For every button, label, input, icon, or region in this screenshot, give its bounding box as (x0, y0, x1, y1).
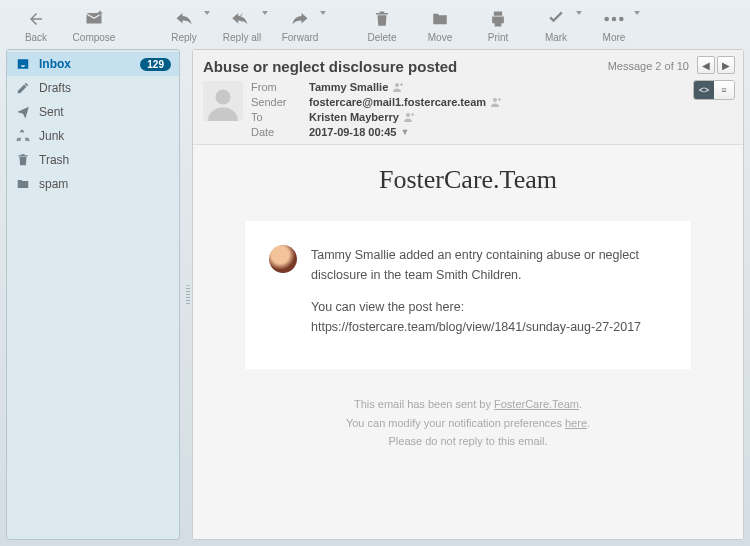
html-view-button[interactable]: <> (694, 81, 714, 99)
date-label: Date (251, 126, 299, 138)
svg-point-2 (619, 17, 624, 22)
chevron-down-icon[interactable]: ▼ (400, 127, 409, 137)
folder-sidebar: Inbox 129 Drafts Sent Junk Trash spam (6, 49, 180, 540)
back-label: Back (25, 32, 47, 43)
recycle-icon (15, 129, 31, 143)
add-contact-icon[interactable] (403, 111, 415, 123)
folder-trash[interactable]: Trash (7, 148, 179, 172)
send-icon (15, 105, 31, 119)
move-button[interactable]: Move (420, 8, 460, 43)
folder-junk[interactable]: Junk (7, 124, 179, 148)
author-avatar (269, 245, 297, 273)
reply-all-label: Reply all (223, 32, 261, 43)
date-value: 2017-09-18 00:45 (309, 126, 396, 138)
toolbar: Back Compose Reply Reply all (6, 6, 744, 49)
inbox-icon (15, 57, 31, 71)
post-link[interactable]: https://fostercare.team/blog/view/1841/s… (311, 320, 641, 334)
footer-prefs-link[interactable]: here (565, 417, 587, 429)
more-button[interactable]: More (594, 8, 634, 43)
mark-dropdown-icon[interactable] (576, 11, 582, 15)
print-button[interactable]: Print (478, 8, 518, 43)
message-counter: Message 2 of 10 (608, 60, 689, 72)
folder-sent[interactable]: Sent (7, 100, 179, 124)
trash-icon (15, 153, 31, 167)
message-pane: Abuse or neglect disclosure posted Messa… (192, 49, 744, 540)
folder-label: Trash (39, 153, 171, 167)
to-label: To (251, 111, 299, 123)
sender-label: Sender (251, 96, 299, 108)
compose-label: Compose (73, 32, 116, 43)
notification-text: Tammy Smallie added an entry containing … (311, 245, 667, 285)
notification-card: Tammy Smallie added an entry containing … (245, 221, 691, 369)
from-label: From (251, 81, 299, 93)
forward-button[interactable]: Forward (280, 8, 320, 43)
to-value: Kristen Mayberry (309, 111, 399, 123)
add-contact-icon[interactable] (490, 96, 502, 108)
next-message-button[interactable]: ▶ (717, 56, 735, 74)
pane-resizer[interactable] (184, 49, 192, 540)
folder-inbox[interactable]: Inbox 129 (7, 52, 179, 76)
compose-button[interactable]: Compose (74, 8, 114, 43)
folder-icon (15, 177, 31, 191)
svg-point-1 (612, 17, 617, 22)
sender-avatar (203, 81, 243, 121)
svg-point-3 (216, 90, 231, 105)
message-header: Abuse or neglect disclosure posted Messa… (193, 50, 743, 145)
delete-button[interactable]: Delete (362, 8, 402, 43)
email-footer: This email has been sent by FosterCare.T… (346, 395, 590, 451)
mark-button[interactable]: Mark (536, 8, 576, 43)
reply-all-button[interactable]: Reply all (222, 8, 262, 43)
plain-view-button[interactable]: ≡ (714, 81, 734, 99)
folder-label: Inbox (39, 57, 132, 71)
link-intro: You can view the post here: (311, 300, 464, 314)
print-label: Print (488, 32, 509, 43)
folder-drafts[interactable]: Drafts (7, 76, 179, 100)
more-label: More (603, 32, 626, 43)
pencil-icon (15, 81, 31, 95)
folder-label: Junk (39, 129, 171, 143)
reply-button[interactable]: Reply (164, 8, 204, 43)
svg-point-0 (604, 17, 609, 22)
message-body: FosterCare.Team Tammy Smallie added an e… (193, 145, 743, 539)
svg-point-6 (406, 113, 410, 117)
footer-site-link[interactable]: FosterCare.Team (494, 398, 579, 410)
more-dropdown-icon[interactable] (634, 11, 640, 15)
folder-count-badge: 129 (140, 58, 171, 71)
mark-label: Mark (545, 32, 567, 43)
folder-label: Sent (39, 105, 171, 119)
svg-point-4 (395, 83, 399, 87)
folder-label: Drafts (39, 81, 171, 95)
brand-title: FosterCare.Team (379, 165, 557, 195)
forward-label: Forward (282, 32, 319, 43)
prev-message-button[interactable]: ◀ (697, 56, 715, 74)
move-label: Move (428, 32, 452, 43)
from-value: Tammy Smallie (309, 81, 388, 93)
forward-dropdown-icon[interactable] (320, 11, 326, 15)
delete-label: Delete (368, 32, 397, 43)
reply-dropdown-icon[interactable] (204, 11, 210, 15)
sender-value: fostercare@mail1.fostercare.team (309, 96, 486, 108)
folder-label: spam (39, 177, 171, 191)
back-button[interactable]: Back (16, 8, 56, 43)
svg-point-5 (493, 98, 497, 102)
folder-spam[interactable]: spam (7, 172, 179, 196)
reply-label: Reply (171, 32, 197, 43)
reply-all-dropdown-icon[interactable] (262, 11, 268, 15)
add-contact-icon[interactable] (392, 81, 404, 93)
